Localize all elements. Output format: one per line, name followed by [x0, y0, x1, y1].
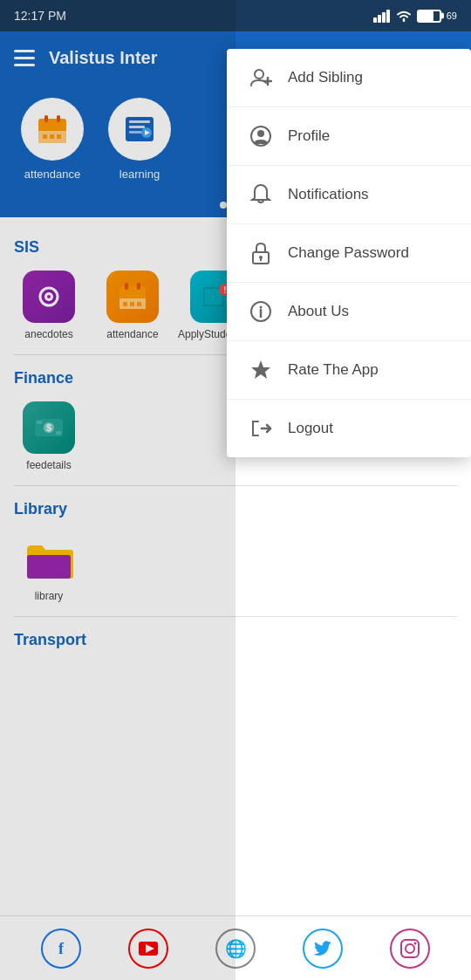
change-password-label: Change Password — [288, 244, 409, 262]
menu-item-rate-app[interactable]: Rate The App — [227, 341, 471, 400]
logout-label: Logout — [288, 420, 333, 437]
bell-icon — [248, 182, 274, 208]
svg-point-54 — [260, 306, 263, 309]
signal-icon — [373, 10, 391, 23]
twitter-icon[interactable] — [303, 929, 343, 969]
menu-item-add-sibling[interactable]: Add Sibling — [227, 49, 471, 107]
svg-marker-55 — [251, 360, 270, 379]
lock-icon — [248, 240, 274, 266]
logout-icon — [248, 415, 274, 442]
menu-item-about-us[interactable]: About Us — [227, 283, 471, 341]
svg-point-43 — [414, 942, 417, 945]
battery-fill — [419, 11, 433, 21]
status-icons: 69 — [373, 10, 457, 23]
star-icon — [248, 357, 274, 383]
notifications-label: Notifications — [288, 186, 369, 203]
menu-item-logout[interactable]: Logout — [227, 400, 471, 457]
add-sibling-label: Add Sibling — [288, 69, 363, 86]
svg-rect-1 — [378, 15, 381, 23]
profile-label: Profile — [288, 127, 330, 145]
rate-app-label: Rate The App — [288, 361, 379, 379]
add-person-icon — [248, 65, 274, 91]
svg-point-48 — [257, 130, 264, 137]
svg-rect-2 — [382, 12, 386, 23]
menu-item-notifications[interactable]: Notifications — [227, 166, 471, 224]
svg-point-44 — [255, 70, 263, 79]
svg-point-42 — [406, 944, 414, 953]
page-overlay — [0, 0, 236, 980]
menu-item-profile[interactable]: Profile — [227, 107, 471, 166]
about-us-label: About Us — [288, 303, 349, 320]
wifi-icon — [396, 10, 412, 22]
svg-point-50 — [259, 256, 263, 259]
dropdown-menu: Add Sibling Profile Notifications — [227, 49, 471, 457]
instagram-icon[interactable] — [390, 929, 430, 969]
menu-item-change-password[interactable]: Change Password — [227, 224, 471, 283]
battery-level: 69 — [447, 10, 457, 21]
info-icon — [248, 298, 274, 325]
svg-rect-0 — [373, 17, 377, 23]
svg-rect-3 — [386, 10, 390, 23]
profile-icon — [248, 123, 274, 149]
battery-icon — [417, 10, 441, 23]
